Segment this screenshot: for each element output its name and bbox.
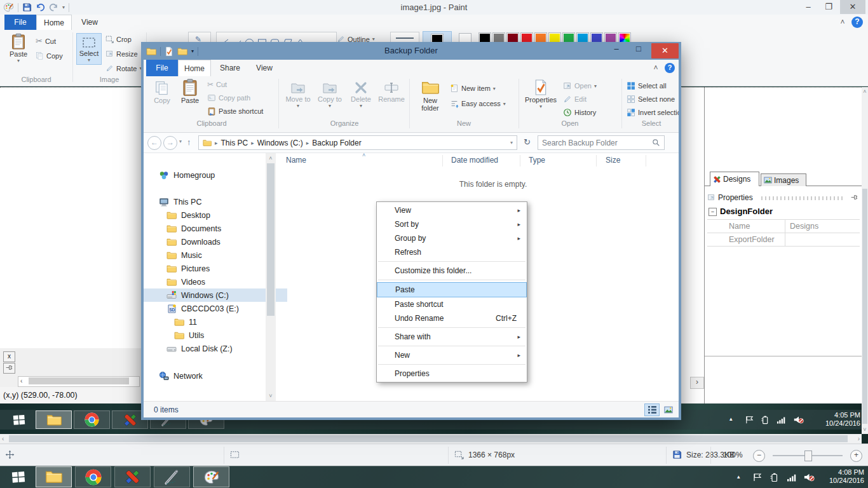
explorer-tab-home[interactable]: Home	[178, 60, 211, 76]
menu-item-share-with[interactable]: Share with ▸	[377, 330, 527, 344]
taskbar-paint-button[interactable]	[193, 466, 229, 487]
back-icon[interactable]: ←	[147, 136, 161, 150]
menu-item-customize-folder[interactable]: Customize this folder...	[377, 264, 527, 278]
crumb-folder[interactable]: Backup Folder	[312, 139, 361, 147]
ribbon-history-button[interactable]: History	[563, 108, 596, 117]
menu-item-paste-shortcut[interactable]: Paste shortcut	[377, 297, 527, 311]
recent-locations-icon[interactable]: ▾	[179, 139, 182, 144]
paint-cut-button[interactable]: ✂ Cut	[36, 36, 56, 46]
paint-vertical-scrollbar[interactable]: ˄ ˅	[862, 87, 868, 434]
scrollbar-thumb[interactable]	[267, 163, 275, 316]
ribbon-easy-access-button[interactable]: Easy access ▾	[450, 99, 506, 108]
nav-item-network[interactable]: Network	[144, 369, 280, 383]
scroll-down-icon[interactable]: ˅	[862, 426, 868, 433]
column-date-modified[interactable]: Date modified	[451, 156, 498, 165]
scrollbar-thumb[interactable]	[862, 189, 867, 424]
inner-start-button[interactable]	[5, 410, 33, 430]
ribbon-select-none-button[interactable]: Select none	[627, 95, 675, 104]
paint-tab-file[interactable]: File	[4, 15, 36, 30]
ribbon-properties-button[interactable]: Properties ▾	[524, 79, 558, 109]
zoom-in-button[interactable]: +	[850, 450, 862, 462]
paint-ribbon-collapse-icon[interactable]: ˄	[836, 15, 849, 30]
inner-clock[interactable]: 4:05 PM 10/24/2016	[816, 411, 860, 428]
paint-resize-button[interactable]: Resize	[105, 50, 138, 58]
explorer-close-button[interactable]: ✕	[651, 43, 679, 58]
crumb-drive[interactable]: Windows (C:)	[257, 139, 303, 147]
ribbon-cut-button[interactable]: ✂ Cut	[207, 80, 227, 89]
menu-item-paste[interactable]: Paste	[377, 282, 527, 297]
scrollbar-thumb[interactable]	[29, 377, 129, 384]
menu-item-new[interactable]: New ▸	[377, 348, 527, 362]
volume-muted-icon[interactable]	[803, 472, 815, 482]
ribbon-edit-button[interactable]: Edit	[563, 95, 587, 104]
column-type[interactable]: Type	[529, 156, 545, 165]
refresh-icon[interactable]: ↻	[524, 137, 531, 147]
cad-horizontal-scrollbar[interactable]: ‹	[18, 376, 140, 387]
search-icon[interactable]	[652, 139, 660, 147]
ribbon-new-item-button[interactable]: New item ▾	[450, 84, 496, 93]
action-center-icon[interactable]	[745, 415, 754, 424]
ribbon-rename-button[interactable]: Rename	[376, 80, 407, 103]
start-button[interactable]	[4, 466, 33, 488]
ribbon-delete-button[interactable]: Delete ▾	[347, 80, 375, 109]
collapse-box-icon[interactable]: −	[709, 208, 717, 216]
ribbon-paste-button[interactable]: Paste	[177, 79, 203, 104]
explorer-minimize-button[interactable]: –	[607, 42, 626, 57]
nav-item-this-pc[interactable]: This PC	[144, 195, 280, 208]
paint-tab-view[interactable]: View	[72, 15, 107, 30]
battery-icon[interactable]	[769, 472, 779, 482]
explorer-tab-share[interactable]: Share	[214, 60, 247, 76]
ribbon-new-folder-button[interactable]: New folder	[414, 79, 446, 112]
menu-item-properties[interactable]: Properties	[377, 367, 527, 381]
cad-panel-pin-icon[interactable]	[3, 363, 15, 374]
details-view-button[interactable]	[644, 403, 660, 416]
paint-restore-button[interactable]: ❐	[820, 0, 837, 14]
cad-panel-close-icon[interactable]: x	[3, 351, 15, 362]
name-value[interactable]: Designs	[790, 222, 818, 231]
explorer-tab-file[interactable]: File	[146, 60, 178, 76]
paint-copy-button[interactable]: Copy	[36, 51, 63, 60]
scrollbar-thumb[interactable]	[9, 435, 848, 442]
panel-grip[interactable]	[761, 196, 844, 200]
pin-icon[interactable]	[850, 193, 858, 201]
explorer-ribbon-collapse-icon[interactable]: ˄	[649, 60, 662, 76]
paint-rotate-button[interactable]: Rotate ▾	[105, 64, 142, 72]
forward-icon[interactable]: →	[163, 136, 177, 150]
tray-show-hidden-icon[interactable]: ▴	[729, 416, 733, 422]
ribbon-invert-selection-button[interactable]: Invert selection	[627, 108, 679, 117]
cad-tab-images[interactable]: Images	[761, 173, 806, 186]
taskbar-chrome-button[interactable]	[75, 466, 111, 487]
scroll-left-icon[interactable]: ‹	[2, 435, 4, 442]
volume-muted-icon[interactable]	[793, 415, 804, 424]
breadcrumb[interactable]: ▸ This PC ▸ Windows (C:) ▸ Backup Folder…	[198, 135, 517, 150]
explorer-tab-view[interactable]: View	[249, 60, 280, 76]
crumb-this-pc[interactable]: This PC	[221, 139, 248, 147]
inner-taskbar-chrome-button[interactable]	[74, 410, 110, 429]
scroll-down-icon[interactable]: ˅	[266, 393, 276, 399]
inner-taskbar-explorer-button[interactable]	[36, 410, 72, 429]
menu-item-sort-by[interactable]: Sort by ▸	[377, 217, 527, 231]
paint-help-icon[interactable]: ?	[851, 17, 863, 28]
network-signal-icon[interactable]	[787, 472, 797, 482]
taskbar-explorer-button[interactable]	[36, 466, 72, 487]
ribbon-move-to-button[interactable]: Move to ▾	[283, 80, 313, 109]
thumbnail-view-button[interactable]	[661, 403, 676, 416]
column-name[interactable]: Name	[286, 156, 306, 165]
scroll-right-icon[interactable]: ›	[690, 377, 704, 389]
battery-icon[interactable]	[760, 415, 770, 424]
paint-tab-home[interactable]: Home	[36, 15, 72, 30]
taskbar-needle-app-button[interactable]	[154, 466, 190, 487]
explorer-maximize-button[interactable]: □	[629, 42, 648, 57]
ribbon-copy-button[interactable]: Copy	[149, 79, 175, 104]
cad-name-row[interactable]: Name Designs	[707, 220, 860, 233]
ribbon-open-button[interactable]: Open ▾	[563, 81, 597, 90]
ribbon-copy-path-button[interactable]: Copy path	[207, 93, 250, 102]
network-signal-icon[interactable]	[776, 415, 786, 424]
nav-item-homegroup[interactable]: Homegroup	[144, 168, 280, 182]
paint-minimize-button[interactable]: –	[799, 0, 817, 14]
search-input[interactable]: Search Backup Folder	[538, 135, 665, 150]
up-icon[interactable]: ↑	[187, 137, 191, 147]
menu-item-undo-rename[interactable]: Undo Rename Ctrl+Z	[377, 311, 527, 325]
explorer-help-icon[interactable]: ?	[665, 63, 675, 73]
menu-item-view[interactable]: View ▸	[377, 203, 527, 217]
